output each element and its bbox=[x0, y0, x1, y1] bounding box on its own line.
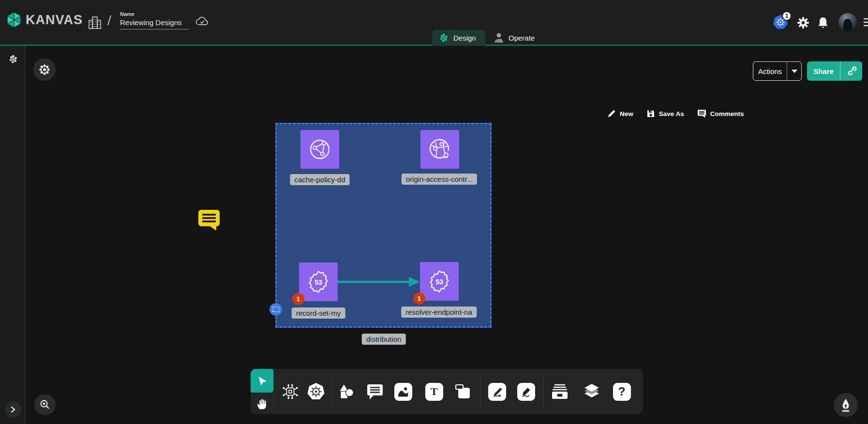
design-name-input[interactable] bbox=[120, 17, 189, 29]
save-as-label: Save As bbox=[659, 110, 684, 117]
component-tool-button[interactable] bbox=[280, 381, 301, 402]
chip-component-icon bbox=[282, 383, 299, 400]
brand-name: KANVAS bbox=[26, 13, 83, 28]
left-sidebar bbox=[0, 46, 26, 424]
tool-dock: T bbox=[251, 369, 643, 414]
sidebar-expand-button[interactable] bbox=[5, 401, 21, 418]
node-resolver-endpoint[interactable]: 53 bbox=[420, 262, 459, 301]
edge-pen-tool-button[interactable] bbox=[486, 381, 508, 402]
svg-text:53: 53 bbox=[435, 278, 443, 286]
tab-design-label: Design bbox=[453, 34, 476, 42]
new-button[interactable]: New bbox=[607, 109, 633, 118]
copy-link-button[interactable] bbox=[840, 61, 862, 81]
select-tool-button[interactable] bbox=[251, 369, 273, 393]
help-icon: ? bbox=[613, 383, 631, 401]
cluster-flower-button[interactable] bbox=[33, 58, 56, 81]
route53-record-set-icon: 53 bbox=[305, 269, 331, 295]
node-cache-policy[interactable] bbox=[300, 130, 339, 169]
design-canvas[interactable]: New Save As Comments Actions bbox=[26, 46, 868, 424]
save-as-button[interactable]: Save As bbox=[646, 109, 684, 118]
sticky-note-icon bbox=[454, 383, 472, 400]
cluster-count-badge: 1 bbox=[782, 11, 792, 21]
group-select-handle[interactable] bbox=[269, 303, 282, 316]
link-icon bbox=[846, 66, 857, 76]
text-tool-icon: T bbox=[425, 383, 443, 401]
canvas-comment-marker[interactable] bbox=[197, 209, 221, 233]
magnifier-plus-icon bbox=[40, 399, 50, 410]
actions-dropdown-button[interactable]: Actions bbox=[753, 61, 802, 81]
comment-icon bbox=[697, 109, 706, 118]
meshery-swirl-icon[interactable] bbox=[8, 54, 18, 66]
comment-tool-button[interactable] bbox=[364, 381, 386, 402]
layers-tool-button[interactable] bbox=[581, 381, 602, 402]
hand-pan-icon bbox=[255, 397, 268, 410]
node-label-record-set[interactable]: record-set-my bbox=[292, 307, 345, 319]
group-label-distribution[interactable]: distribution bbox=[362, 334, 406, 345]
edge-pen-icon bbox=[488, 383, 506, 401]
toolbar-separator bbox=[332, 374, 332, 409]
actions-label: Actions bbox=[753, 67, 787, 75]
chevron-right-icon bbox=[10, 406, 16, 413]
freehand-draw-tool-button[interactable] bbox=[515, 381, 537, 402]
notifications-bell-icon[interactable] bbox=[817, 16, 829, 32]
comments-button[interactable]: Comments bbox=[697, 109, 744, 118]
pen-nib-icon bbox=[840, 398, 852, 412]
actions-caret-button[interactable] bbox=[787, 62, 801, 80]
organization-icon[interactable] bbox=[88, 15, 102, 32]
share-button[interactable]: Share bbox=[807, 61, 862, 81]
dashed-rect-icon bbox=[272, 307, 280, 312]
toolbar-separator bbox=[480, 374, 481, 409]
cloud-sync-icon[interactable] bbox=[195, 16, 210, 29]
tab-design[interactable]: Design bbox=[432, 30, 485, 46]
edge-record-to-resolver[interactable] bbox=[338, 276, 421, 290]
error-badge-resolver-endpoint[interactable]: 1 bbox=[413, 292, 425, 305]
comment-bubble-icon bbox=[197, 209, 221, 231]
node-record-set[interactable]: 53 bbox=[299, 263, 338, 301]
sticky-note-tool-button[interactable] bbox=[452, 381, 474, 402]
kubernetes-wheel-icon bbox=[306, 382, 326, 401]
toolbar-separator bbox=[543, 374, 544, 409]
zoom-button[interactable] bbox=[34, 394, 56, 415]
kubernetes-tool-button[interactable] bbox=[305, 381, 327, 402]
app-header: KANVAS / Name bbox=[0, 0, 868, 46]
operate-person-icon bbox=[494, 32, 504, 44]
tab-operate[interactable]: Operate bbox=[487, 30, 542, 46]
text-tool-button[interactable]: T bbox=[423, 381, 445, 402]
shapes-tool-button[interactable] bbox=[335, 381, 357, 402]
menu-hamburger-icon[interactable] bbox=[864, 17, 868, 29]
settings-gear-icon[interactable] bbox=[796, 16, 810, 31]
drawer-tool-button[interactable] bbox=[549, 381, 570, 402]
flower-icon bbox=[39, 64, 50, 75]
node-label-resolver-endpoint[interactable]: resolver-endpoint-na bbox=[401, 307, 477, 318]
error-badge-record-set[interactable]: 1 bbox=[292, 293, 304, 305]
comment-tool-icon bbox=[366, 383, 384, 400]
kanvas-logo-icon[interactable] bbox=[6, 12, 22, 30]
pencil-new-icon bbox=[607, 109, 616, 118]
pencil-draw-icon bbox=[517, 383, 535, 401]
cloudfront-cache-policy-icon bbox=[307, 136, 333, 162]
node-label-origin-access-control[interactable]: origin-access-contr... bbox=[402, 174, 477, 185]
share-label: Share bbox=[807, 67, 840, 75]
breadcrumb-separator: / bbox=[107, 13, 111, 29]
cursor-arrow-icon bbox=[256, 375, 268, 387]
pen-nib-button[interactable] bbox=[834, 393, 858, 417]
pan-tool-button[interactable] bbox=[251, 393, 272, 414]
layers-icon bbox=[583, 383, 601, 400]
node-label-cache-policy[interactable]: cache-policy-dd bbox=[290, 174, 349, 185]
svg-text:53: 53 bbox=[314, 278, 322, 286]
drawer-archive-icon bbox=[551, 383, 569, 400]
chevron-down-icon bbox=[792, 70, 797, 73]
kubernetes-cluster-button[interactable]: 1 bbox=[772, 14, 789, 32]
shapes-icon bbox=[337, 383, 355, 400]
node-origin-access-control[interactable] bbox=[420, 130, 459, 169]
image-tool-button[interactable] bbox=[392, 381, 414, 402]
user-avatar[interactable] bbox=[838, 13, 857, 31]
comments-label: Comments bbox=[710, 110, 744, 117]
design-swirl-icon bbox=[439, 33, 449, 43]
image-icon bbox=[394, 383, 412, 401]
help-tool-button[interactable]: ? bbox=[611, 381, 632, 402]
toolbar-separator bbox=[273, 374, 274, 409]
design-name-field: Name bbox=[120, 11, 189, 29]
name-field-label: Name bbox=[120, 11, 189, 17]
origin-access-control-icon bbox=[427, 136, 453, 162]
